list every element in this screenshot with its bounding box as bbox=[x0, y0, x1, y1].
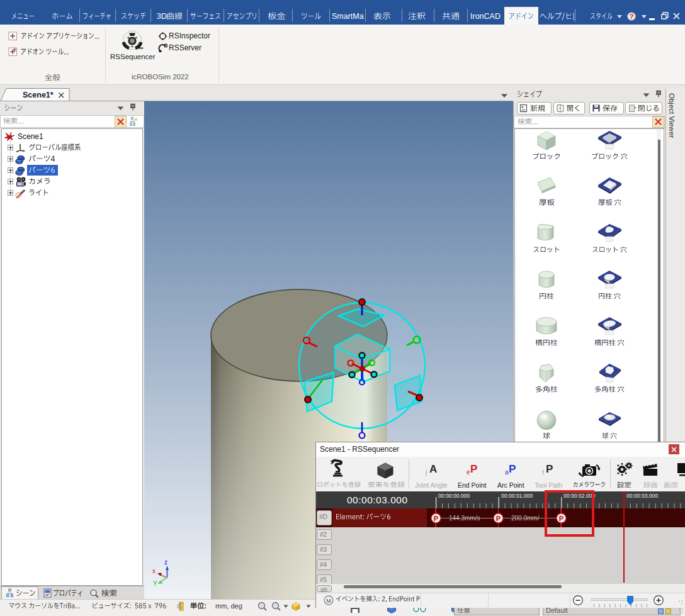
svg-text:Y: Y bbox=[153, 580, 157, 587]
svg-text:x: x bbox=[152, 568, 156, 574]
svg-text:P: P bbox=[433, 515, 438, 522]
svg-text:?: ? bbox=[630, 13, 634, 20]
svg-text:z: z bbox=[164, 559, 167, 566]
svg-text:P: P bbox=[496, 515, 501, 522]
svg-text:M: M bbox=[326, 597, 331, 604]
